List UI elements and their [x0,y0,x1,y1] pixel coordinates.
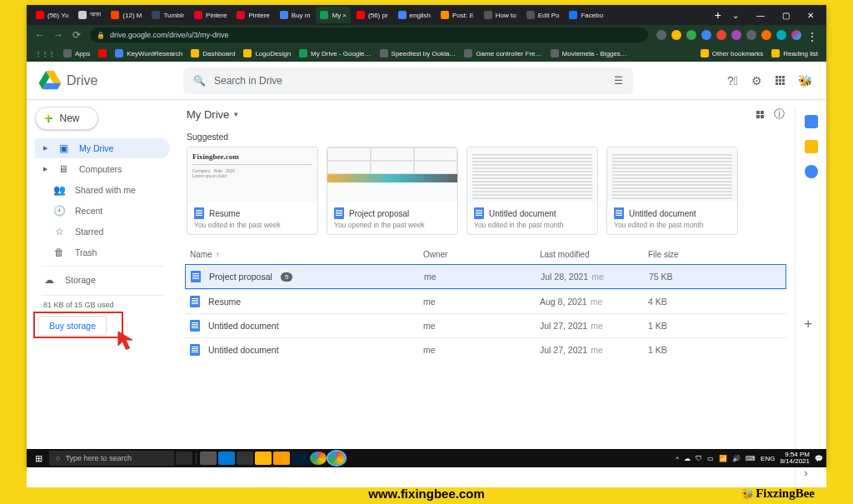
layout-grid-icon[interactable] [756,111,764,118]
suggested-card[interactable]: Untitled document You edited in the past… [606,147,738,235]
chrome-icon[interactable] [310,452,327,465]
suggested-card[interactable]: Untitled document You edited in the past… [466,147,598,235]
taskbar-app[interactable] [200,452,217,465]
file-row[interactable]: Project proposal5 me Jul 28, 2021me 75 K… [185,264,786,289]
browser-tab[interactable]: Post: E [436,7,478,23]
edge-icon[interactable] [218,452,235,465]
sidebar-item[interactable]: 🗑Trash [35,242,170,262]
explorer-icon[interactable] [255,452,272,465]
file-row[interactable]: Untitled document me Jul 27, 2021me 1 KB [185,313,786,337]
notifications-icon[interactable]: 💬 [815,455,823,462]
reload-button[interactable]: ⟳ [72,29,82,41]
taskbar-search[interactable]: ○ Type here to search [49,451,174,466]
drive-logo[interactable]: Drive [38,71,175,91]
suggested-card[interactable]: Fixingbee.comCompany · Role · 2020Lorem … [187,147,318,235]
browser-tab[interactable]: english [394,7,435,23]
sidebar-item[interactable]: ▶🖥Computers [35,159,170,179]
bookmark-item[interactable]: KeyWordResearch [115,49,182,57]
ext-icon[interactable] [716,30,726,40]
folder-path-button[interactable]: My Drive ▼ [187,108,239,121]
file-row[interactable]: Untitled document me Jul 27, 2021me 1 KB [185,337,786,362]
sidebar-item-storage[interactable]: ☁ Storage [35,270,170,290]
onedrive-icon[interactable]: ☁ [684,455,691,462]
collapse-panel-icon[interactable]: › [805,467,818,481]
bookmark-item[interactable]: Reading list [771,49,818,57]
calendar-icon[interactable] [805,115,818,128]
search-input[interactable]: 🔍 Search in Drive ☰ [183,67,633,94]
ext-icon[interactable] [731,30,741,40]
photoshop-icon[interactable] [292,452,308,465]
expand-triangle-icon[interactable]: ▶ [43,145,47,152]
browser-tab[interactable]: My × [316,7,351,23]
maximize-button[interactable]: ▢ [778,11,793,20]
close-button[interactable]: ✕ [803,11,818,20]
sidebar-item[interactable]: 🕘Recent [35,201,170,221]
new-button[interactable]: + New [35,107,98,130]
bookmark-item[interactable]: Game controller Fre… [464,49,541,57]
browser-tab[interactable]: Tumblr [147,7,188,23]
bookmark-item[interactable]: Speedtest by Ookla… [380,49,456,57]
minimize-button[interactable]: — [753,11,768,20]
bookmark-item[interactable]: Dashboard [191,49,235,57]
illustrator-icon[interactable] [273,452,290,465]
browser-tab[interactable]: Pintere [232,7,273,23]
ext-icon[interactable] [686,30,696,40]
column-name[interactable]: Name↑ [190,250,423,259]
clock[interactable]: 9:54 PM 8/14/2021 [780,452,810,465]
add-addon-button[interactable]: + [805,317,818,330]
ext-icon[interactable] [776,30,786,40]
task-view-icon[interactable] [176,452,192,465]
apps-grid-icon[interactable] [776,76,785,85]
bookmark-item[interactable]: LogoDesign [243,49,291,57]
keyboard-icon[interactable]: ⌨ [746,455,756,462]
menu-icon[interactable]: ⋮ [806,30,818,40]
bookmark-item[interactable]: Other bookmarks [701,49,763,57]
bookmark-item[interactable]: Apps [63,49,90,57]
language-indicator[interactable]: ENG [761,455,775,462]
browser-tab[interactable]: অলস [74,7,105,23]
bookmark-item[interactable]: Moviemela - Bigges… [551,49,627,57]
settings-gear-icon[interactable]: ⚙ [751,74,762,87]
share-icon[interactable] [656,30,666,40]
suggested-card[interactable]: Project proposal You opened in the past … [327,147,458,235]
expand-triangle-icon[interactable]: ▶ [43,166,47,172]
ext-icon[interactable] [746,30,756,40]
search-filter-icon[interactable]: ☰ [614,75,623,87]
tasks-icon[interactable] [805,165,818,178]
browser-tab[interactable]: How to [480,7,521,23]
tray-chevron-icon[interactable]: ^ [676,455,679,462]
bookmark-item[interactable]: My Drive - Google… [299,49,371,57]
column-owner[interactable]: Owner [423,250,540,259]
column-modified[interactable]: Last modified [540,250,648,259]
browser-tab[interactable]: (56) pr [352,7,392,23]
browser-tab[interactable]: Buy m [276,7,315,23]
address-bar[interactable]: 🔒 drive.google.com/drive/u/3/my-drive [90,27,648,42]
wifi-icon[interactable]: 📶 [719,455,727,462]
file-row[interactable]: Resume me Aug 8, 2021me 4 KB [185,289,786,313]
browser-tab[interactable]: (12) M [107,7,146,23]
battery-icon[interactable]: ▭ [707,455,714,462]
ext-icon[interactable] [761,30,771,40]
help-icon[interactable]: ?⃝ [727,74,738,87]
store-icon[interactable] [237,452,253,465]
new-tab-button[interactable]: + [710,8,726,22]
chrome-active-icon[interactable] [328,452,345,465]
browser-tab[interactable]: Facebo [565,7,607,23]
browser-tab[interactable]: Edit Po [522,7,564,23]
star-icon[interactable] [671,30,681,40]
volume-icon[interactable]: 🔊 [732,455,741,462]
keep-icon[interactable] [805,140,818,153]
apps-icon[interactable]: ⋮⋮⋮ [35,50,55,57]
browser-tab[interactable]: (56) Yo [32,7,72,23]
bookmark-item[interactable] [98,49,107,57]
tray-icon[interactable]: 🛡 [696,455,702,462]
sidebar-item[interactable]: 👥Shared with me [35,180,170,200]
account-avatar[interactable]: 🐝 [798,74,815,87]
start-button[interactable]: ⊞ [30,453,47,464]
profile-avatar[interactable] [791,30,801,40]
back-button[interactable]: ← [35,29,45,41]
ext-icon[interactable] [701,30,711,40]
browser-tab[interactable]: Pintere [190,7,231,23]
chevron-down-icon[interactable]: ⌄ [728,11,743,20]
forward-button[interactable]: → [53,29,63,41]
